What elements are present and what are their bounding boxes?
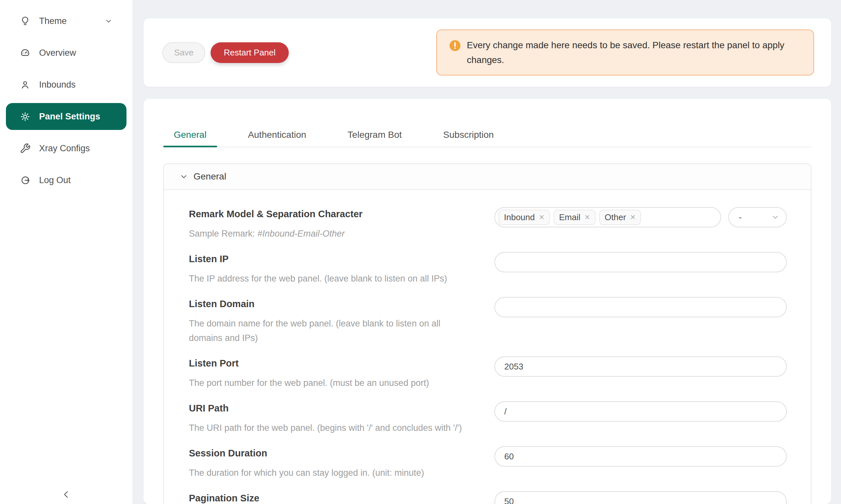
field-description: The domain name for the web panel. (leav… <box>189 316 465 345</box>
listen-port-input[interactable] <box>494 356 787 377</box>
remove-tag-icon[interactable]: × <box>585 213 590 222</box>
main-content: Save Restart Panel Every change made her… <box>132 0 841 504</box>
form-row-uri-path: URI PathThe URI path for the web panel. … <box>189 403 787 435</box>
field-text: URI PathThe URI path for the web panel. … <box>189 403 462 435</box>
field-control: Inbound×Email×Other×- <box>494 207 787 228</box>
tab-general[interactable]: General <box>163 123 217 147</box>
field-label: Listen Domain <box>189 299 465 309</box>
tag-inbound: Inbound× <box>498 210 550 225</box>
field-control <box>494 401 787 421</box>
general-collapse-panel: General Remark Model & Separation Charac… <box>163 163 811 504</box>
sidebar-item-label: Log Out <box>39 175 71 185</box>
field-description: The IP address for the web panel. (leave… <box>189 271 447 286</box>
form-row-remark-model-separation-character: Remark Model & Separation CharacterSampl… <box>189 209 787 241</box>
separator-value: - <box>739 212 742 222</box>
sidebar-item-inbounds[interactable]: Inbounds <box>6 71 126 98</box>
settings-card: GeneralAuthenticationTelegram BotSubscri… <box>143 99 831 504</box>
warning-icon <box>449 39 461 52</box>
settings-tabs: GeneralAuthenticationTelegram BotSubscri… <box>163 123 811 147</box>
sidebar-item-label: Panel Settings <box>39 111 100 122</box>
field-label: Session Duration <box>189 449 424 458</box>
field-control <box>494 491 787 504</box>
alert-text: Every change made here needs to be saved… <box>467 38 804 68</box>
general-collapse-header[interactable]: General <box>164 164 811 190</box>
form-row-listen-domain: Listen DomainThe domain name for the web… <box>189 299 787 345</box>
section-title: General <box>193 171 226 182</box>
field-control <box>494 356 787 377</box>
sidebar-item-label: Xray Configs <box>39 143 90 154</box>
restart-warning-alert: Every change made here needs to be saved… <box>436 30 814 76</box>
field-text: Listen PortThe port number for the web p… <box>189 359 429 390</box>
field-control <box>494 252 787 272</box>
logout-icon <box>20 175 31 186</box>
actions-card: Save Restart Panel Every change made her… <box>143 18 831 87</box>
bulb-icon <box>20 16 31 26</box>
sidebar-nav: ThemeOverviewInboundsPanel SettingsXray … <box>0 0 132 194</box>
separator-select[interactable]: - <box>728 207 787 228</box>
sidebar-item-theme[interactable]: Theme <box>6 7 126 34</box>
uri-path-input[interactable] <box>494 401 787 421</box>
sidebar-item-log-out[interactable]: Log Out <box>6 167 126 194</box>
field-label: Listen Port <box>189 359 429 368</box>
form-row-listen-port: Listen PortThe port number for the web p… <box>189 359 787 390</box>
field-label: Remark Model & Separation Character <box>189 209 363 219</box>
tab-telegram-bot[interactable]: Telegram Bot <box>337 123 412 147</box>
field-description: Sample Remark: #Inbound-Email-Other <box>189 227 363 241</box>
field-control <box>494 446 787 467</box>
field-control <box>494 297 787 317</box>
sidebar-item-panel-settings[interactable]: Panel Settings <box>6 103 126 130</box>
form-row-listen-ip: Listen IPThe IP address for the web pane… <box>189 254 787 286</box>
sidebar-item-label: Overview <box>39 48 76 58</box>
user-icon <box>20 79 31 90</box>
pagination-size-input[interactable] <box>494 491 787 504</box>
remove-tag-icon[interactable]: × <box>539 213 544 222</box>
chevron-down-icon <box>771 213 779 221</box>
sidebar: ThemeOverviewInboundsPanel SettingsXray … <box>0 0 132 504</box>
field-text: Remark Model & Separation CharacterSampl… <box>189 209 363 241</box>
session-duration-input[interactable] <box>494 446 787 467</box>
tab-subscription[interactable]: Subscription <box>433 123 504 147</box>
field-text: Session DurationThe duration for which y… <box>189 449 424 480</box>
listen-domain-input[interactable] <box>494 297 787 317</box>
field-label: Pagination Size <box>189 493 259 503</box>
sidebar-item-label: Inbounds <box>39 80 75 90</box>
form-row-pagination-size: Pagination Size <box>189 493 787 504</box>
general-form: Remark Model & Separation CharacterSampl… <box>164 190 811 504</box>
sidebar-item-xray-configs[interactable]: Xray Configs <box>6 135 126 162</box>
field-text: Pagination Size <box>189 493 259 503</box>
gauge-icon <box>20 48 31 58</box>
remove-tag-icon[interactable]: × <box>631 213 636 222</box>
tab-authentication[interactable]: Authentication <box>238 123 317 147</box>
sidebar-item-overview[interactable]: Overview <box>6 39 126 66</box>
form-row-session-duration: Session DurationThe duration for which y… <box>189 449 787 480</box>
field-description: The port number for the web panel. (must… <box>189 376 429 390</box>
field-text: Listen DomainThe domain name for the web… <box>189 299 465 345</box>
field-description: The URI path for the web panel. (begins … <box>189 421 462 435</box>
field-description: The duration for which you can stay logg… <box>189 466 424 480</box>
remark-model-tags-input[interactable]: Inbound×Email×Other× <box>494 207 721 228</box>
restart-panel-button[interactable]: Restart Panel <box>210 42 289 63</box>
chevron-left-icon <box>62 489 71 499</box>
wrench-icon <box>20 143 31 154</box>
field-label: Listen IP <box>189 254 447 264</box>
tag-other: Other× <box>599 210 641 225</box>
sidebar-collapse-button[interactable] <box>0 489 132 499</box>
gear-icon <box>20 111 31 122</box>
chevron-down-icon <box>179 172 188 181</box>
sidebar-item-label: Theme <box>39 16 67 26</box>
field-text: Listen IPThe IP address for the web pane… <box>189 254 447 286</box>
listen-ip-input[interactable] <box>494 252 787 272</box>
save-button[interactable]: Save <box>162 42 205 63</box>
tag-email: Email× <box>553 210 596 225</box>
chevron-down-icon <box>104 17 113 25</box>
field-label: URI Path <box>189 403 462 413</box>
